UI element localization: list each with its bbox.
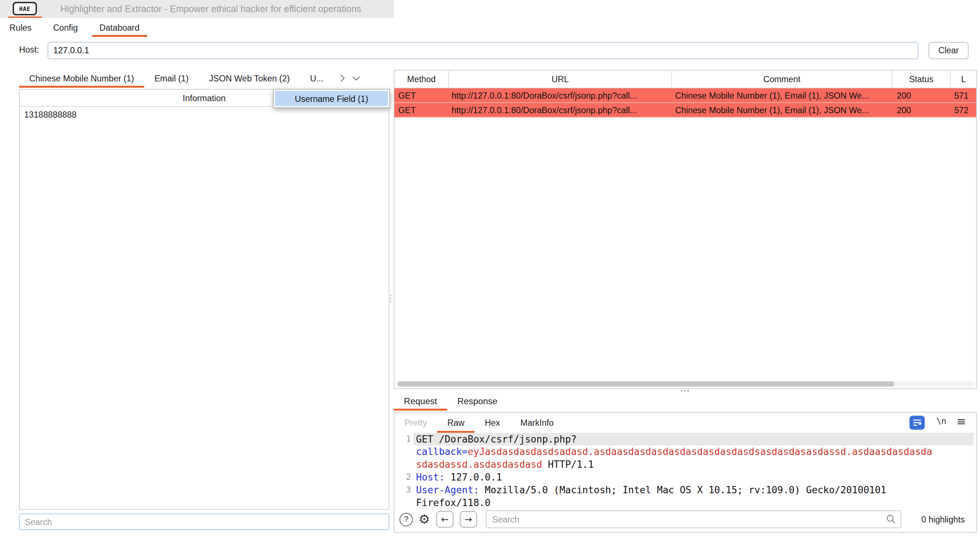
- data-type-tabs: Chinese Mobile Number (1) Email (1) JSON…: [19, 69, 364, 88]
- tab-databoard[interactable]: Databoard: [92, 18, 147, 37]
- help-button[interactable]: ?: [399, 513, 413, 526]
- header-value: 127.0.0.1: [445, 472, 502, 483]
- cell-url: http://127.0.0.1:80/DoraBox/csrf/jsonp.p…: [449, 88, 672, 102]
- settings-gear-icon[interactable]: ⚙: [418, 513, 430, 526]
- line-number: 1: [397, 433, 411, 445]
- tab-markinfo[interactable]: MarkInfo: [510, 413, 564, 433]
- chevron-right-icon: [337, 75, 345, 82]
- tab-raw[interactable]: Raw: [437, 413, 475, 433]
- column-header-comment[interactable]: Comment: [672, 70, 892, 88]
- vertical-splitter-handle[interactable]: ⋮: [386, 294, 394, 302]
- code-param-value: eyJasdasdasdasdsadasd.asdaasdasdasdasdas…: [416, 446, 932, 470]
- cell-status: 200: [892, 88, 951, 102]
- tab-json-web-token[interactable]: JSON Web Token (2): [199, 69, 300, 88]
- tab-pretty[interactable]: Pretty: [395, 413, 437, 433]
- editor-view-tabs: Pretty Raw Hex MarkInfo: [395, 413, 564, 433]
- hae-extension-window: HAE Highlighter and Extractor - Empower …: [0, 0, 980, 536]
- code-line: 3User-Agent: Mozilla/5.0 (Macintosh; Int…: [397, 484, 976, 509]
- tab-email[interactable]: Email (1): [144, 69, 199, 88]
- tab-hex[interactable]: Hex: [475, 413, 511, 433]
- cell-url: http://127.0.0.1:80/DoraBox/csrf/jsonp.p…: [449, 103, 672, 117]
- search-next-button[interactable]: →: [460, 511, 477, 528]
- app-title: Highlighter and Extractor - Empower ethi…: [60, 0, 361, 18]
- column-header-url[interactable]: URL: [449, 70, 672, 88]
- column-header-method[interactable]: Method: [395, 70, 449, 88]
- show-newlines-button[interactable]: \n: [936, 416, 946, 426]
- hae-logo-text: HAE: [19, 5, 30, 12]
- raw-request-editor[interactable]: 1GET /DoraBox/csrf/jsonp.php?callback=ey…: [395, 433, 976, 510]
- column-header-length[interactable]: L: [951, 70, 976, 88]
- message-tabs: Request Response: [394, 391, 508, 410]
- cell-method: GET: [395, 88, 449, 102]
- header-name: Host:: [416, 472, 445, 483]
- tab-chinese-mobile-number[interactable]: Chinese Mobile Number (1): [19, 69, 144, 88]
- requests-table-header: Method URL Comment Status L: [395, 70, 976, 88]
- host-input[interactable]: [48, 42, 919, 59]
- header-name: User-Agent:: [416, 484, 479, 496]
- request-row[interactable]: GET http://127.0.0.1:80/DoraBox/csrf/jso…: [395, 103, 976, 118]
- horizontal-splitter-handle[interactable]: ⋯: [394, 388, 977, 394]
- tab-request[interactable]: Request: [394, 391, 447, 410]
- requests-table: Method URL Comment Status L GET http://1…: [394, 70, 977, 389]
- search-previous-button[interactable]: ←: [436, 511, 453, 528]
- tabs-scroll-right-button[interactable]: [334, 69, 349, 88]
- cell-comment: Chinese Mobile Number (1), Email (1), JS…: [672, 88, 892, 102]
- code-text: GET /DoraBox/csrf/jsonp.php?: [416, 433, 576, 445]
- information-table: Information 13188888888: [19, 89, 389, 510]
- header-value: Mozilla/5.0 (Macintosh; Intel Mac OS X 1…: [416, 484, 892, 508]
- horizontal-scrollbar-thumb[interactable]: [398, 381, 894, 386]
- cell-comment: Chinese Mobile Number (1), Email (1), JS…: [672, 103, 892, 117]
- cell-method: GET: [395, 103, 449, 117]
- line-number: 2: [397, 471, 411, 484]
- tab-config[interactable]: Config: [45, 18, 85, 37]
- request-row[interactable]: GET http://127.0.0.1:80/DoraBox/csrf/jso…: [395, 88, 976, 103]
- dropdown-item-username-field[interactable]: Username Field (1): [275, 91, 388, 106]
- tab-response[interactable]: Response: [447, 391, 508, 410]
- code-line: 2Host: 127.0.0.1: [397, 471, 976, 484]
- code-line: 1GET /DoraBox/csrf/jsonp.php?callback=ey…: [397, 433, 976, 471]
- hae-logo[interactable]: HAE: [13, 2, 37, 15]
- information-row[interactable]: 13188888888: [20, 107, 388, 123]
- wrap-lines-icon: [913, 419, 921, 426]
- editor-menu-icon[interactable]: ≡: [956, 415, 966, 428]
- tabs-overflow-dropdown: Username Field (1): [273, 89, 390, 108]
- tab-rules[interactable]: Rules: [2, 18, 39, 37]
- code-text: HTTP/1.1: [542, 459, 593, 470]
- search-icon: [886, 514, 896, 524]
- line-number: 3: [397, 484, 411, 496]
- message-editor: Pretty Raw Hex MarkInfo \n ≡ 1GET /DoraB…: [394, 412, 977, 533]
- editor-search: [486, 510, 901, 528]
- cell-status: 200: [892, 103, 951, 117]
- highlights-count: 0 highlights: [921, 514, 965, 524]
- editor-footer-bar: ? ⚙ ← → 0 highlights: [395, 508, 976, 531]
- tabs-overflow-menu-button[interactable]: [349, 69, 364, 88]
- code-param-name: callback=: [416, 446, 468, 458]
- chevron-down-icon: [353, 73, 360, 81]
- column-header-status[interactable]: Status: [892, 70, 951, 88]
- cell-length: 571: [951, 88, 976, 102]
- main-nav-tabs: Rules Config Databoard: [2, 18, 153, 37]
- cell-length: 572: [951, 103, 976, 117]
- information-search-input[interactable]: [19, 514, 389, 530]
- tab-username-field-truncated[interactable]: U...: [300, 69, 334, 88]
- clear-button[interactable]: Clear: [929, 42, 969, 59]
- host-label: Host:: [19, 37, 39, 62]
- wrap-lines-button[interactable]: [910, 415, 925, 429]
- editor-search-input[interactable]: [486, 510, 901, 528]
